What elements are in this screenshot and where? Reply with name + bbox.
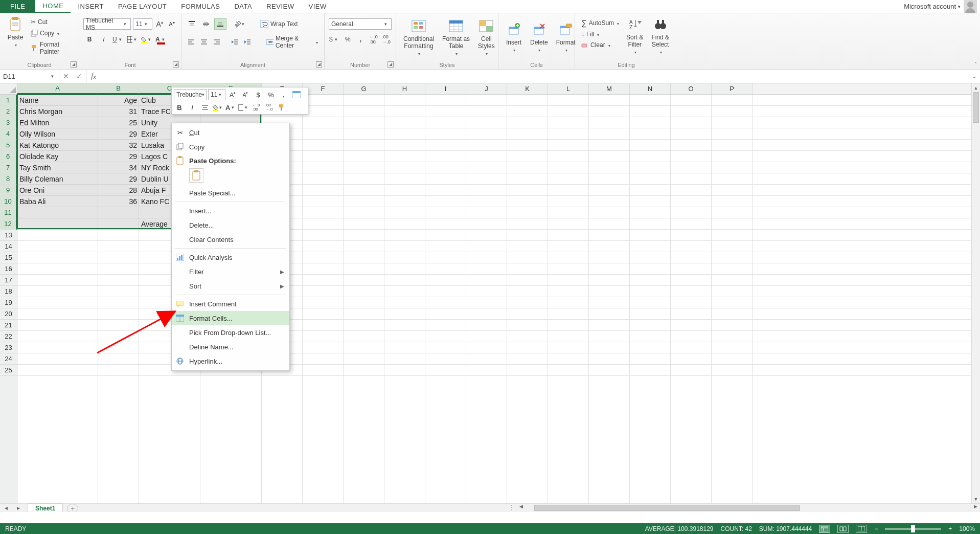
sheet-nav[interactable]: ◂▸ bbox=[0, 504, 25, 512]
row-header-3[interactable]: 3 bbox=[0, 117, 17, 128]
row-header-5[interactable]: 5 bbox=[0, 140, 17, 151]
mini-comma[interactable]: , bbox=[278, 89, 289, 100]
column-header-K[interactable]: K bbox=[507, 83, 548, 94]
cell-B4[interactable]: 29 bbox=[98, 128, 139, 140]
font-dialog-launcher[interactable]: ◢ bbox=[173, 61, 179, 68]
merge-center-button[interactable]: Merge & Center bbox=[264, 34, 320, 50]
view-page-layout-button[interactable] bbox=[837, 525, 849, 533]
mini-borders[interactable]: ▾ bbox=[238, 102, 249, 113]
align-left-button[interactable] bbox=[186, 36, 196, 48]
cell-styles-button[interactable]: Cell Styles bbox=[475, 17, 498, 59]
zoom-slider-knob[interactable] bbox=[911, 525, 915, 532]
decrease-decimal-button[interactable]: .00→.0 bbox=[381, 34, 392, 45]
ctx-delete[interactable]: Delete... bbox=[172, 218, 289, 232]
column-header-H[interactable]: H bbox=[384, 83, 425, 94]
row-header-2[interactable]: 2 bbox=[0, 106, 17, 117]
increase-font-button[interactable]: A▴ bbox=[154, 18, 165, 30]
number-dialog-launcher[interactable]: ◢ bbox=[388, 61, 394, 68]
vertical-scroll-thumb[interactable] bbox=[973, 92, 979, 123]
tab-insert[interactable]: INSERT bbox=[71, 0, 110, 13]
new-sheet-button[interactable]: + bbox=[67, 504, 78, 512]
mini-increase-font[interactable]: A▴ bbox=[227, 89, 238, 100]
cell-A3[interactable]: Ed Milton bbox=[17, 117, 98, 128]
percent-button[interactable]: % bbox=[343, 34, 353, 45]
fill-button[interactable]: ↓Fill bbox=[579, 30, 621, 39]
column-header-G[interactable]: G bbox=[344, 83, 384, 94]
ctx-hyperlink[interactable]: Hyperlink... bbox=[172, 354, 289, 368]
alignment-dialog-launcher[interactable]: ◢ bbox=[316, 61, 322, 68]
column-header-I[interactable]: I bbox=[425, 83, 466, 94]
mini-size-combo[interactable]: 11▾ bbox=[208, 89, 225, 100]
formula-input[interactable] bbox=[101, 70, 969, 83]
column-header-M[interactable]: M bbox=[589, 83, 630, 94]
row-header-10[interactable]: 10 bbox=[0, 196, 17, 207]
name-box[interactable]: D11▾ bbox=[0, 70, 59, 83]
select-all-corner[interactable] bbox=[0, 83, 17, 95]
mini-font-color[interactable]: A▾ bbox=[225, 102, 236, 113]
font-size-combo[interactable]: 11▾ bbox=[133, 18, 152, 30]
column-header-N[interactable]: N bbox=[630, 83, 671, 94]
column-header-A[interactable]: A bbox=[17, 83, 98, 94]
align-right-button[interactable] bbox=[212, 36, 222, 48]
cell-B5[interactable]: 32 bbox=[98, 140, 139, 151]
row-header-23[interactable]: 23 bbox=[0, 342, 17, 353]
column-header-O[interactable]: O bbox=[671, 83, 712, 94]
enter-formula-button[interactable]: ✓ bbox=[73, 72, 86, 80]
ctx-define-name[interactable]: Define Name... bbox=[172, 340, 289, 354]
paste-button[interactable]: Paste bbox=[4, 15, 27, 50]
mini-increase-decimal[interactable]: ←.0.00 bbox=[250, 102, 262, 113]
cell-B2[interactable]: 31 bbox=[98, 106, 139, 117]
increase-decimal-button[interactable]: ←.0.00 bbox=[368, 34, 379, 45]
font-name-combo[interactable]: Trebuchet MS▾ bbox=[83, 18, 131, 30]
row-header-19[interactable]: 19 bbox=[0, 297, 17, 308]
italic-button[interactable]: I bbox=[98, 34, 110, 45]
cell-A4[interactable]: Olly Wilson bbox=[17, 128, 98, 140]
bold-button[interactable]: B bbox=[83, 34, 96, 45]
zoom-level[interactable]: 100% bbox=[959, 525, 975, 532]
autosum-button[interactable]: ∑AutoSum bbox=[579, 17, 621, 28]
vertical-scrollbar[interactable]: ▲ ▼ bbox=[971, 83, 980, 503]
row-header-22[interactable]: 22 bbox=[0, 331, 17, 342]
font-color-button[interactable]: A▾ bbox=[155, 34, 167, 45]
hscroll-left-button[interactable]: ◀ bbox=[517, 504, 526, 512]
mini-bold[interactable]: B bbox=[174, 102, 185, 113]
row-header-14[interactable]: 14 bbox=[0, 241, 17, 252]
decrease-font-button[interactable]: A▾ bbox=[167, 18, 177, 30]
horizontal-scrollbar[interactable] bbox=[534, 504, 963, 512]
ctx-copy[interactable]: Copy bbox=[172, 140, 289, 154]
horizontal-scroll-thumb[interactable] bbox=[534, 505, 800, 511]
row-header-25[interactable]: 25 bbox=[0, 365, 17, 376]
clear-button[interactable]: Clear bbox=[579, 40, 621, 50]
column-header-J[interactable]: J bbox=[466, 83, 507, 94]
format-as-table-button[interactable]: Format as Table bbox=[439, 17, 473, 59]
decrease-indent-button[interactable] bbox=[229, 36, 240, 48]
conditional-formatting-button[interactable]: Conditional Formatting bbox=[400, 17, 437, 59]
align-center-button[interactable] bbox=[198, 36, 209, 48]
row-header-21[interactable]: 21 bbox=[0, 320, 17, 331]
cells-area[interactable]: NameAgeClubChris Morgan31Trace FC198Ed M… bbox=[17, 95, 971, 503]
row-header-8[interactable]: 8 bbox=[0, 173, 17, 185]
cell-B6[interactable]: 29 bbox=[98, 151, 139, 162]
ctx-clear-contents[interactable]: Clear Contents bbox=[172, 232, 289, 247]
sort-filter-button[interactable]: AZSort & Filter bbox=[623, 15, 646, 57]
cell-A8[interactable]: Billy Coleman bbox=[17, 173, 98, 185]
number-format-combo[interactable]: General▾ bbox=[329, 18, 392, 30]
align-bottom-button[interactable] bbox=[214, 18, 226, 30]
copy-button[interactable]: Copy bbox=[29, 29, 75, 38]
ctx-pick-from-list[interactable]: Pick From Drop-down List... bbox=[172, 325, 289, 340]
row-header-1[interactable]: 1 bbox=[0, 95, 17, 106]
worksheet-grid[interactable]: ABCDEFGHIJKLMNOP 12345678910111213141516… bbox=[0, 83, 980, 512]
accounting-format-button[interactable]: $▾ bbox=[329, 34, 340, 45]
mini-format-painter[interactable] bbox=[276, 102, 287, 113]
scroll-up-button[interactable]: ▲ bbox=[972, 83, 980, 92]
tab-page-layout[interactable]: PAGE LAYOUT bbox=[111, 0, 174, 13]
cell-B9[interactable]: 28 bbox=[98, 185, 139, 196]
ctx-sort[interactable]: Sort▶ bbox=[172, 279, 289, 293]
ctx-filter[interactable]: Filter▶ bbox=[172, 264, 289, 279]
cell-B10[interactable]: 36 bbox=[98, 196, 139, 207]
row-header-16[interactable]: 16 bbox=[0, 263, 17, 275]
cell-B8[interactable]: 29 bbox=[98, 173, 139, 185]
expand-formula-bar-button[interactable]: ⌄ bbox=[969, 70, 980, 83]
mini-fill-color[interactable]: ▾ bbox=[212, 102, 223, 113]
column-header-P[interactable]: P bbox=[712, 83, 753, 94]
